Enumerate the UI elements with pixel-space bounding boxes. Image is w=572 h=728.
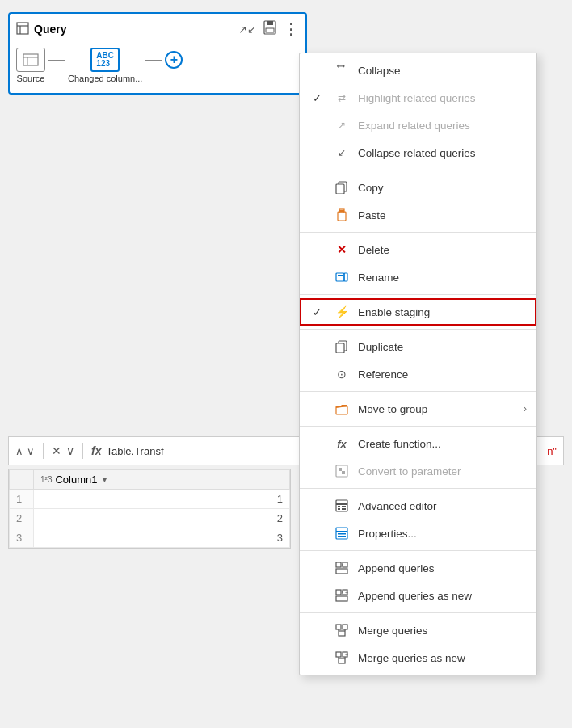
add-step-button[interactable]: +: [165, 51, 183, 69]
menu-item-delete[interactable]: ✕ Delete: [300, 236, 536, 263]
col-dropdown-icon[interactable]: ▼: [100, 475, 108, 484]
fx-label: fx: [91, 444, 101, 457]
menu-item-paste[interactable]: Paste: [300, 201, 536, 229]
row-num-3: 3: [10, 528, 34, 548]
svg-rect-49: [339, 659, 345, 663]
svg-rect-14: [336, 273, 344, 281]
step-connector-1: [48, 60, 65, 61]
menu-label-append-queries: Append queries: [358, 562, 524, 574]
svg-rect-28: [342, 508, 346, 510]
query-panel: Query ↗↙ ⋮ Source: [8, 12, 307, 95]
table-row: 3 3: [10, 528, 290, 548]
svg-rect-4: [267, 21, 273, 25]
separator-6: [300, 426, 536, 427]
svg-rect-22: [342, 471, 345, 474]
separator-5: [300, 391, 536, 392]
menu-item-move-to-group[interactable]: Move to group ›: [300, 395, 536, 423]
column1-header[interactable]: 1²3 Column1 ▼: [34, 470, 290, 490]
menu-item-collapse-related[interactable]: ↙ Collapse related queries: [300, 139, 536, 166]
expand-icon[interactable]: ↗↙: [238, 23, 256, 36]
menu-item-append-queries[interactable]: Append queries: [300, 554, 536, 582]
menu-label-merge-queries-new: Merge queries as new: [358, 652, 524, 664]
menu-item-reference[interactable]: ⊙ Reference: [300, 360, 536, 388]
menu-label-create-function: Create function...: [358, 438, 524, 450]
more-icon[interactable]: ⋮: [284, 20, 299, 38]
menu-item-properties[interactable]: Properties...: [300, 520, 536, 547]
svg-rect-0: [17, 23, 28, 34]
menu-item-merge-queries-new[interactable]: + Merge queries as new: [300, 644, 536, 671]
menu-label-delete: Delete: [358, 244, 524, 256]
svg-rect-35: [336, 569, 347, 574]
menu-label-properties: Properties...: [358, 528, 524, 540]
query-controls: ↗↙ ⋮: [238, 20, 299, 38]
delete-step-icon[interactable]: ✕: [52, 444, 61, 457]
step-changed-column[interactable]: ABC123 Changed column...: [68, 48, 142, 83]
separator-8: [300, 550, 536, 551]
menu-label-reference: Reference: [358, 368, 524, 381]
copy-icon: [334, 179, 350, 196]
nav-separator: [43, 443, 44, 459]
menu-item-highlight-related[interactable]: ✓ ⇄ Highlight related queries: [300, 84, 536, 112]
svg-rect-42: [336, 625, 341, 629]
menu-item-merge-queries[interactable]: Merge queries: [300, 616, 536, 644]
save-icon[interactable]: [263, 20, 277, 38]
svg-rect-37: [336, 590, 341, 595]
menu-item-convert-to-parameter[interactable]: Convert to parameter: [300, 457, 536, 485]
menu-item-collapse[interactable]: ⤢ Collapse: [300, 57, 536, 84]
menu-label-move-to-group: Move to group: [358, 403, 524, 415]
svg-rect-18: [336, 343, 344, 353]
data-table-area: 1²3 Column1 ▼ 1 1 2 2 3 3: [8, 469, 291, 549]
check-highlight: ✓: [313, 92, 326, 104]
svg-rect-10: [336, 184, 344, 194]
svg-rect-47: [336, 652, 341, 657]
menu-item-rename[interactable]: Rename: [300, 263, 536, 291]
confirm-step-icon[interactable]: ∨: [66, 444, 74, 457]
menu-label-convert-to-parameter: Convert to parameter: [358, 465, 524, 478]
query-name: Query: [34, 23, 66, 36]
collapse-icon: ⤢: [330, 59, 353, 82]
menu-label-merge-queries: Merge queries: [358, 625, 524, 637]
svg-rect-32: [338, 536, 346, 537]
row-val-2: 2: [34, 509, 290, 528]
step-source-label: Source: [17, 74, 45, 83]
nav-up-icon[interactable]: ∧: [15, 445, 23, 457]
svg-rect-33: [336, 562, 341, 567]
convert-icon: [334, 463, 350, 479]
menu-label-rename: Rename: [358, 271, 524, 284]
svg-rect-44: [339, 631, 345, 636]
menu-item-advanced-editor[interactable]: Advanced editor: [300, 492, 536, 520]
move-to-group-icon: [334, 401, 350, 417]
table-row: 2 2: [10, 509, 290, 528]
paste-icon: [334, 207, 350, 223]
svg-rect-27: [342, 506, 346, 507]
nav-down-icon[interactable]: ∨: [27, 445, 35, 457]
separator-3: [300, 294, 536, 295]
step-changed-label: Changed column...: [68, 74, 142, 83]
duplicate-icon: [334, 339, 350, 355]
menu-item-copy[interactable]: Copy: [300, 174, 536, 201]
menu-label-duplicate: Duplicate: [358, 341, 524, 353]
step-changed-icon: ABC123: [90, 48, 120, 72]
context-menu: ⤢ Collapse ✓ ⇄ Highlight related queries…: [299, 53, 537, 675]
menu-item-expand-related[interactable]: ↗ Expand related queries: [300, 112, 536, 139]
menu-item-append-queries-new[interactable]: + Append queries as new: [300, 582, 536, 609]
menu-label-enable-staging: Enable staging: [358, 306, 524, 318]
submenu-arrow-icon: ›: [524, 403, 527, 414]
row-num-1: 1: [10, 490, 34, 509]
formula-nav: ∧ ∨: [15, 445, 35, 457]
table-row: 1 1: [10, 490, 290, 509]
separator-7: [300, 488, 536, 489]
col-name: Column1: [55, 473, 97, 486]
menu-item-create-function[interactable]: fx Create function...: [300, 430, 536, 457]
svg-text:+: +: [345, 652, 348, 658]
svg-rect-30: [336, 531, 347, 532]
highlight-related-icon: ⇄: [334, 90, 350, 106]
svg-rect-39: [336, 596, 347, 601]
step-source[interactable]: Source: [16, 48, 45, 83]
menu-item-enable-staging[interactable]: ✓ ⚡ Enable staging: [300, 298, 536, 326]
query-title: Query: [16, 22, 66, 37]
svg-rect-16: [344, 273, 347, 281]
reference-icon: ⊙: [334, 366, 350, 382]
menu-label-copy: Copy: [358, 182, 524, 194]
menu-item-duplicate[interactable]: Duplicate: [300, 333, 536, 360]
